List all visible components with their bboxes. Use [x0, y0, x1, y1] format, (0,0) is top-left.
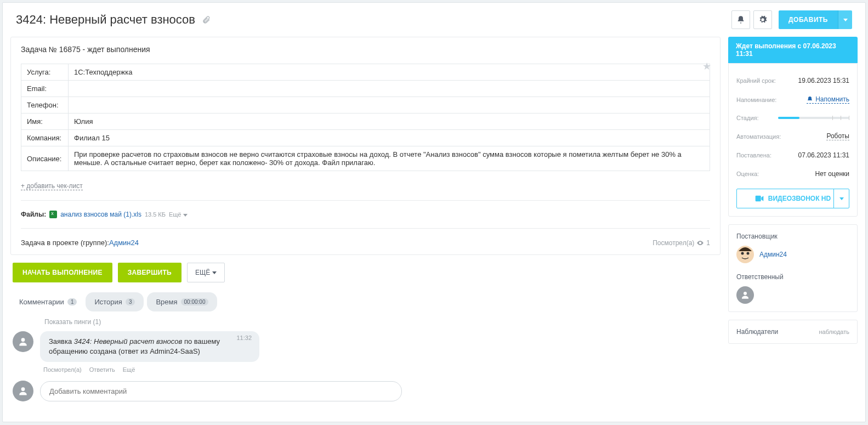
videocall-icon	[755, 195, 764, 202]
svg-point-1	[21, 388, 25, 392]
comment-text: Заявка 3424: Неверный расчет взносов по …	[49, 337, 251, 356]
project-link[interactable]: Админ24	[109, 239, 139, 247]
settings-button[interactable]	[753, 10, 772, 29]
file-link[interactable]: анализ взносов май (1).xls	[60, 211, 141, 218]
tab-history-count: 3	[126, 298, 135, 305]
svg-point-5	[747, 252, 750, 255]
svg-point-4	[741, 252, 744, 255]
more-actions-button[interactable]: ЕЩЁ	[187, 263, 225, 282]
add-checklist-link[interactable]: + добавить чек-лист	[21, 182, 83, 190]
watchers-heading: Наблюдатели	[736, 328, 778, 336]
comment-more-link[interactable]: Ещё	[123, 366, 135, 373]
responsible-heading: Ответственный	[736, 273, 849, 281]
task-subtitle: Задача № 16875 - ждет выполнения	[21, 45, 710, 54]
complete-button[interactable]: ЗАВЕРШИТЬ	[118, 263, 181, 282]
tab-comments[interactable]: Комментарии 1	[10, 292, 86, 311]
stage-label: Стадия:	[736, 115, 759, 121]
show-pings-link[interactable]: Показать пинги (1)	[44, 318, 718, 326]
page-title: 3424: Неверный расчет взносов	[16, 13, 195, 27]
remind-label: Напоминание:	[736, 97, 776, 103]
add-button[interactable]: ДОБАВИТЬ	[779, 10, 838, 29]
comment-input[interactable]	[40, 381, 402, 401]
label-email: Email:	[21, 81, 69, 97]
value-company: Филиал 15	[69, 130, 710, 146]
notifications-button[interactable]	[731, 10, 750, 29]
tab-time[interactable]: Время 00:00:00	[147, 292, 217, 311]
comment-time: 11:32	[236, 335, 252, 341]
viewed-label: Посмотрел(а)	[653, 239, 694, 247]
details-table: Услуга:1С:Техподдержка Email: Телефон: И…	[21, 64, 710, 171]
comment-bubble: 11:32 Заявка 3424: Неверный расчет взнос…	[40, 331, 259, 362]
created-value: 07.06.2023 11:31	[798, 151, 849, 159]
attach-icon[interactable]	[202, 15, 211, 24]
responsible-avatar[interactable]	[736, 286, 754, 304]
value-phone	[69, 97, 710, 114]
remind-link[interactable]: Напомнить	[807, 95, 849, 104]
xls-file-icon	[49, 211, 57, 218]
remind-icon	[807, 96, 813, 103]
svg-point-6	[744, 292, 747, 295]
tab-time-value: 00:00:00	[181, 298, 209, 305]
tab-comments-count: 1	[67, 298, 77, 305]
poster-heading: Постановщик	[736, 233, 849, 240]
file-size: 13.5 КБ	[145, 211, 166, 218]
automation-link[interactable]: Роботы	[826, 132, 849, 140]
svg-point-0	[21, 338, 25, 342]
comment-avatar	[13, 331, 33, 352]
viewed-count: 1	[706, 239, 710, 247]
start-button[interactable]: НАЧАТЬ ВЫПОЛНЕНИЕ	[13, 263, 112, 282]
deadline-value: 19.06.2023 15:31	[798, 77, 849, 84]
value-description: При проверке расчетов по страховым взнос…	[69, 146, 710, 171]
poster-name[interactable]: Админ24	[759, 251, 787, 258]
comment-viewed-link[interactable]: Посмотрел(а)	[43, 366, 82, 373]
videocall-button[interactable]: ВИДЕОЗВОНОК HD	[736, 189, 849, 208]
rating-value: Нет оценки	[815, 170, 849, 178]
value-name: Юлия	[69, 114, 710, 130]
label-description: Описание:	[21, 146, 69, 171]
current-user-avatar	[13, 381, 33, 401]
files-label: Файлы:	[21, 211, 46, 218]
status-banner: Ждет выполнения с 07.06.2023 11:31	[728, 37, 858, 63]
deadline-label: Крайний срок:	[736, 77, 776, 84]
project-label: Задача в проекте (группе):	[21, 239, 109, 247]
stage-progress[interactable]	[778, 117, 849, 119]
svg-rect-2	[755, 196, 761, 202]
poster-avatar[interactable]	[736, 246, 754, 263]
eye-icon	[696, 239, 704, 247]
label-name: Имя:	[21, 114, 69, 130]
label-service: Услуга:	[21, 64, 69, 81]
label-company: Компания:	[21, 130, 69, 146]
created-label: Поставлена:	[736, 152, 771, 158]
value-email	[69, 81, 710, 97]
watch-link[interactable]: наблюдать	[819, 328, 850, 335]
automation-label: Автоматизация:	[736, 133, 781, 140]
file-more-link[interactable]: Ещё	[169, 211, 188, 218]
tab-history[interactable]: История 3	[86, 292, 144, 311]
star-icon[interactable]: ★	[702, 60, 711, 72]
comment-reply-link[interactable]: Ответить	[89, 366, 115, 373]
add-button-caret[interactable]	[838, 10, 852, 29]
label-phone: Телефон:	[21, 97, 69, 114]
rating-label: Оценка:	[736, 171, 759, 177]
value-service: 1С:Техподдержка	[69, 64, 710, 81]
